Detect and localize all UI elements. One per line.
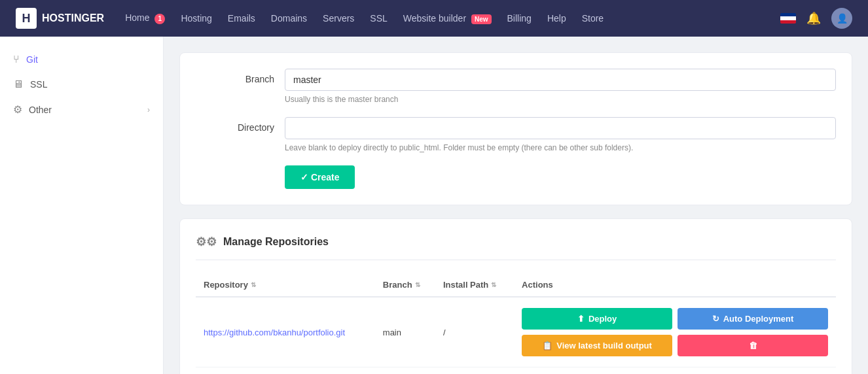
sidebar-item-other[interactable]: ⚙ Other › (0, 97, 163, 122)
deploy-icon: ⬆ (577, 314, 585, 324)
logo-text: HOSTINGER (42, 12, 104, 24)
auto-deploy-icon: ↻ (712, 314, 719, 324)
nav-ssl[interactable]: SSL (370, 13, 387, 24)
th-install-path: Install Path ⇅ (435, 273, 514, 297)
nav-hosting[interactable]: Hosting (181, 13, 211, 24)
directory-field: Leave blank to deploy directly to public… (285, 117, 836, 152)
website-builder-badge: New (471, 14, 492, 24)
sidebar-item-other-label: Other (29, 105, 141, 115)
create-button-row: ✓ Create (196, 165, 836, 189)
auto-deployment-button[interactable]: ↻ Auto Deployment (678, 308, 828, 330)
ssl-icon: 🖥 (13, 78, 24, 90)
branch-label: Branch (196, 69, 274, 84)
sidebar-item-ssl[interactable]: 🖥 SSL (0, 72, 163, 97)
th-actions: Actions (514, 273, 836, 297)
sidebar-item-git-label: Git (26, 54, 150, 65)
repo-branch-cell: main (375, 297, 435, 367)
nav-emails[interactable]: Emails (228, 13, 255, 24)
branch-row: Branch Usually this is the master branch (196, 69, 836, 104)
nav-home[interactable]: Home 1 (125, 12, 165, 24)
navbar-right: 🔔 👤 (780, 8, 852, 29)
main-content: Branch Usually this is the master branch… (164, 37, 868, 374)
deploy-button[interactable]: ⬆ Deploy (522, 308, 672, 330)
branch-form-section: Branch Usually this is the master branch… (179, 52, 852, 205)
sort-branch-icon: ⇅ (415, 281, 420, 288)
repo-table-body: https://github.com/bkanhu/portfolio.git … (196, 297, 836, 367)
sort-install-path-icon: ⇅ (491, 281, 496, 288)
section-title: ⚙⚙ Manage Repositories (196, 235, 836, 260)
branch-field: Usually this is the master branch (285, 69, 836, 104)
sidebar-item-git[interactable]: ⑂ Git (0, 47, 163, 72)
view-build-output-button[interactable]: 📋 View latest build output (522, 335, 672, 356)
nav-billing[interactable]: Billing (507, 13, 532, 24)
top-navbar: H HOSTINGER Home 1 Hosting Emails Domain… (0, 0, 868, 37)
branch-input[interactable] (285, 69, 836, 91)
other-icon: ⚙ (13, 103, 22, 116)
nav-domains[interactable]: Domains (271, 13, 307, 24)
th-repository: Repository ⇅ (196, 273, 375, 297)
build-output-icon: 📋 (542, 341, 552, 350)
branch-hint: Usually this is the master branch (285, 95, 836, 104)
th-branch: Branch ⇅ (375, 273, 435, 297)
nav-store[interactable]: Store (582, 13, 604, 24)
nav-help[interactable]: Help (547, 13, 566, 24)
manage-repos-icon: ⚙⚙ (196, 235, 217, 249)
sidebar: ⑂ Git 🖥 SSL ⚙ Other › (0, 37, 164, 374)
table-header-row: Repository ⇅ Branch ⇅ In (196, 273, 836, 297)
sort-repository[interactable]: Repository ⇅ (204, 280, 256, 290)
action-buttons-group: ⬆ Deploy ↻ Auto Deployment 📋 View latest… (522, 308, 828, 356)
sort-install-path[interactable]: Install Path ⇅ (443, 280, 496, 290)
delete-repo-button[interactable]: 🗑 (678, 335, 828, 356)
repo-install-path-cell: / (435, 297, 514, 367)
notification-bell-icon[interactable]: 🔔 (806, 11, 821, 26)
manage-repos-section: ⚙⚙ Manage Repositories Repository ⇅ (179, 218, 852, 374)
language-flag-icon[interactable] (780, 13, 796, 24)
navbar-nav: Home 1 Hosting Emails Domains Servers SS… (125, 12, 780, 24)
directory-label: Directory (196, 117, 274, 133)
delete-icon: 🗑 (749, 341, 757, 350)
git-icon: ⑂ (13, 54, 20, 65)
other-expand-icon: › (147, 105, 150, 114)
logo[interactable]: H HOSTINGER (16, 8, 104, 29)
sort-repository-icon: ⇅ (251, 281, 256, 288)
logo-icon: H (16, 8, 37, 29)
repo-url-cell: https://github.com/bkanhu/portfolio.git (196, 297, 375, 367)
nav-website-builder[interactable]: Website builder New (403, 13, 492, 24)
repo-link[interactable]: https://github.com/bkanhu/portfolio.git (204, 328, 345, 337)
repo-actions-cell: ⬆ Deploy ↻ Auto Deployment 📋 View latest… (514, 297, 836, 367)
manage-repos-title: Manage Repositories (223, 236, 329, 248)
home-badge: 1 (154, 14, 165, 24)
repo-table: Repository ⇅ Branch ⇅ In (196, 273, 836, 367)
sidebar-item-ssl-label: SSL (30, 79, 150, 90)
page-layout: ⑂ Git 🖥 SSL ⚙ Other › Branch Usually thi… (0, 37, 868, 374)
sort-branch[interactable]: Branch ⇅ (383, 280, 420, 290)
directory-hint: Leave blank to deploy directly to public… (285, 143, 836, 152)
user-avatar[interactable]: 👤 (831, 8, 852, 29)
directory-row: Directory Leave blank to deploy directly… (196, 117, 836, 152)
repo-table-head: Repository ⇅ Branch ⇅ In (196, 273, 836, 297)
create-button[interactable]: ✓ Create (285, 165, 355, 189)
table-row: https://github.com/bkanhu/portfolio.git … (196, 297, 836, 367)
directory-input[interactable] (285, 117, 836, 139)
nav-servers[interactable]: Servers (323, 13, 354, 24)
